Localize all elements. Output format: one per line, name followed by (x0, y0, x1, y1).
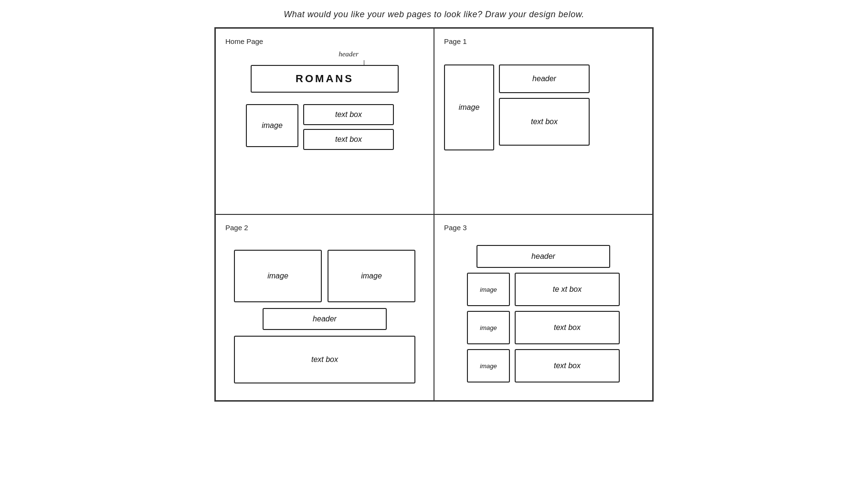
page3-row2-textbox: text box (515, 311, 620, 344)
page1-header-box: header (499, 64, 590, 93)
page3-row3-textbox: text box (515, 349, 620, 383)
page2-panel-label: Page 2 (225, 223, 424, 232)
page2-image2-label: image (361, 272, 382, 280)
page3-row3-textbox-label: text box (554, 361, 581, 370)
page3-row1-image-box: image (467, 273, 510, 306)
page2-image1-box: image (234, 250, 322, 302)
home-textbox1: text box (303, 104, 394, 125)
page3-row2-image-label: image (480, 324, 497, 331)
home-panel: Home Page header ROMANS image text box (215, 28, 434, 214)
page3-row1-image-label: image (480, 286, 497, 293)
page1-header-label: header (532, 74, 556, 83)
home-header-annotation: header (339, 50, 359, 58)
page2-panel: Page 2 image image header text box (215, 214, 434, 401)
page3-header-box: header (476, 245, 610, 268)
page1-textbox-label: text box (531, 117, 558, 126)
page1-panel: Page 1 image header text box (434, 28, 653, 214)
page1-image-label: image (459, 103, 480, 112)
page1-image-box: image (444, 64, 494, 150)
wireframe-grid: Home Page header ROMANS image text box (214, 27, 654, 402)
page3-header-label: header (531, 252, 555, 261)
page2-textbox-label: text box (311, 355, 338, 364)
page1-panel-label: Page 1 (444, 37, 643, 45)
home-title-text: ROMANS (296, 73, 354, 85)
page3-row1-textbox-label: te xt box (553, 285, 582, 294)
page2-image1-label: image (267, 272, 288, 280)
home-panel-label: Home Page (225, 37, 424, 45)
page2-header-label: header (313, 315, 337, 323)
page2-textbox: text box (234, 336, 415, 383)
page3-row3-image-box: image (467, 349, 510, 383)
page2-image2-box: image (328, 250, 415, 302)
page1-textbox: text box (499, 98, 590, 146)
page-prompt: What would you like your web pages to lo… (284, 10, 584, 20)
home-title-box: ROMANS (251, 65, 399, 93)
home-textbox1-label: text box (335, 110, 362, 119)
page3-row2-image-box: image (467, 311, 510, 344)
page3-row2-textbox-label: text box (554, 323, 581, 332)
home-image-label: image (262, 121, 283, 130)
page3-panel: Page 3 header image te xt box image (434, 214, 653, 401)
home-textbox2-label: text box (335, 135, 362, 144)
page3-row3-image-label: image (480, 362, 497, 370)
home-textbox2: text box (303, 129, 394, 150)
page3-panel-label: Page 3 (444, 223, 643, 232)
page2-header-box: header (263, 308, 387, 330)
home-image-box: image (246, 104, 298, 147)
page3-row1-textbox: te xt box (515, 273, 620, 306)
